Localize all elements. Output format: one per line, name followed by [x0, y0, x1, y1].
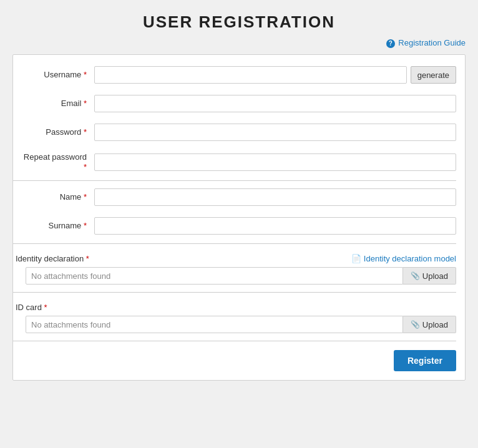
repeat-password-label: Repeat password * — [13, 152, 94, 172]
clip-icon-2: 📎 — [411, 320, 420, 329]
identity-declaration-header: Identity declaration * 📄 Identity declar… — [13, 254, 456, 263]
identity-attachment-row: No attachments found 📎 Upload — [26, 267, 456, 285]
surname-row: Surname * — [13, 215, 456, 237]
email-label: Email * — [13, 99, 94, 109]
register-button[interactable]: Register — [394, 350, 456, 371]
id-card-section: ID card * No attachments found 📎 Upload — [13, 298, 456, 336]
password-row: Password * — [13, 121, 456, 144]
section-divider-3 — [13, 292, 456, 293]
name-row: Name * — [13, 186, 456, 208]
password-label: Password * — [13, 127, 94, 138]
username-row: Username * generate — [13, 64, 456, 86]
generate-button[interactable]: generate — [411, 66, 456, 84]
page-wrapper: USER REGISTRATION ? Registration Guide U… — [0, 0, 478, 448]
section-divider-1 — [13, 180, 456, 181]
name-input[interactable] — [94, 188, 456, 206]
registration-guide-link[interactable]: ? Registration Guide — [386, 38, 466, 47]
id-card-label: ID card * — [13, 303, 47, 312]
email-input[interactable] — [94, 95, 456, 112]
name-label: Name * — [13, 192, 94, 203]
email-row: Email * — [13, 92, 456, 115]
identity-upload-button[interactable]: 📎 Upload — [403, 267, 456, 285]
registration-guide-label: Registration Guide — [398, 38, 466, 47]
surname-input[interactable] — [94, 217, 456, 235]
document-icon: 📄 — [351, 254, 361, 263]
username-label: Username * — [13, 70, 94, 80]
id-card-header: ID card * — [13, 303, 456, 312]
question-icon: ? — [386, 39, 395, 48]
footer-row: Register — [13, 350, 456, 371]
id-card-upload-button[interactable]: 📎 Upload — [403, 316, 456, 333]
repeat-password-row: Repeat password * — [13, 150, 456, 174]
section-divider-4 — [13, 341, 456, 341]
repeat-password-input[interactable] — [94, 153, 456, 171]
username-input[interactable] — [94, 66, 407, 84]
password-input[interactable] — [94, 124, 456, 141]
surname-label: Surname * — [13, 221, 94, 231]
page-title: USER REGISTRATION — [12, 12, 466, 32]
identity-declaration-section: Identity declaration * 📄 Identity declar… — [13, 249, 456, 287]
identity-model-link[interactable]: 📄 Identity declaration model — [351, 254, 456, 263]
registration-guide-row: ? Registration Guide — [12, 38, 466, 48]
id-card-attachment-row: No attachments found 📎 Upload — [26, 316, 456, 333]
id-card-attachment-field: No attachments found — [26, 316, 403, 333]
identity-attachment-field: No attachments found — [26, 267, 403, 285]
clip-icon-1: 📎 — [411, 271, 420, 280]
form-container: Username * generate Email * Password * — [12, 54, 466, 381]
identity-declaration-label: Identity declaration * — [13, 254, 89, 263]
section-divider-2 — [13, 243, 456, 244]
